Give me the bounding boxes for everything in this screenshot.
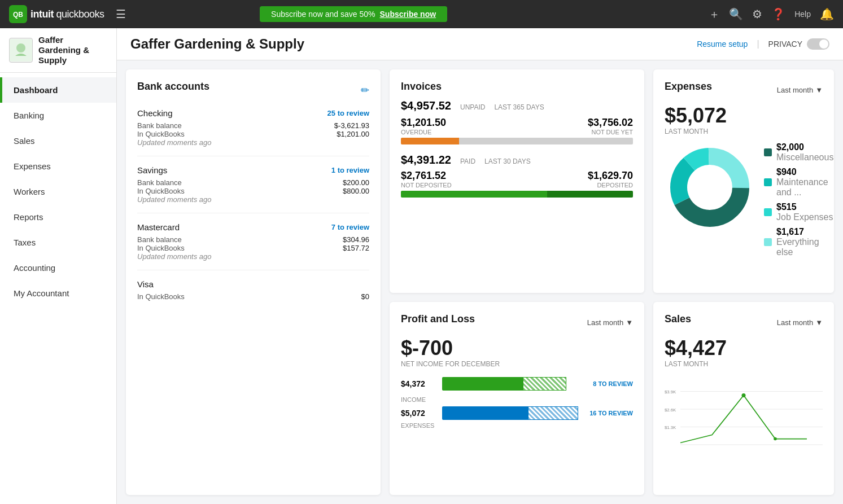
savings-updated: Updated moments ago — [137, 195, 212, 204]
content-area: Gaffer Gardening & Supply Resume setup |… — [117, 28, 843, 504]
legend-desc-2: Maintenance and ... — [776, 177, 828, 197]
mastercard-account: Mastercard 7 to review Bank balance $304… — [137, 222, 369, 270]
company-logo — [9, 38, 33, 63]
deposited-amount: $1,629.70 — [588, 170, 633, 182]
help-circle-icon[interactable]: ❓ — [771, 7, 785, 21]
income-bar-solid — [442, 377, 523, 391]
gear-icon[interactable]: ⚙ — [752, 7, 762, 21]
sidebar-item-reports[interactable]: Reports — [0, 204, 116, 230]
sidebar-item-dashboard[interactable]: Dashboard — [0, 77, 116, 103]
plus-icon[interactable]: ＋ — [709, 7, 720, 22]
overdue-bar — [401, 138, 459, 144]
search-icon[interactable]: 🔍 — [729, 7, 743, 21]
sidebar-item-banking[interactable]: Banking — [0, 103, 116, 128]
privacy-toggle: PRIVACY — [768, 38, 829, 50]
sidebar-item-expenses[interactable]: Expenses — [0, 154, 116, 179]
sidebar-item-sales[interactable]: Sales — [0, 128, 116, 154]
sales-filter-label: Last month — [777, 318, 813, 327]
not-deposited-amount: $2,761.52 — [401, 170, 452, 182]
expenses-filter[interactable]: Last month ▼ — [777, 86, 823, 94]
dashboard-grid: Invoices $4,957.52 UNPAID LAST 365 DAYS … — [117, 60, 843, 504]
logo-icon: QB — [9, 5, 27, 23]
expenses-review[interactable]: 16 TO REVIEW — [589, 410, 633, 417]
legend-item-2: $940 Maintenance and ... — [764, 167, 833, 198]
pl-filter-chevron-icon: ▼ — [626, 318, 633, 327]
not-deposited-label: NOT DEPOSITED — [401, 182, 452, 189]
visa-qb-balance: $0 — [361, 292, 369, 301]
company-header: Gaffer Gardening & Supply — [0, 28, 116, 73]
overdue-label: OVERDUE — [401, 129, 446, 135]
savings-bank-balance: $200.00 — [343, 178, 369, 187]
hamburger-icon[interactable]: ☰ — [116, 7, 126, 21]
sales-total: $4,427 — [665, 336, 823, 360]
unpaid-label: UNPAID — [460, 103, 485, 111]
profit-loss-filter[interactable]: Last month ▼ — [587, 318, 633, 327]
donut-chart — [665, 142, 755, 233]
savings-qb-label: In QuickBooks — [137, 187, 185, 195]
sales-filter[interactable]: Last month ▼ — [777, 318, 823, 327]
savings-review-link[interactable]: 1 to review — [331, 166, 369, 174]
subscribe-button[interactable]: Subscribe now — [380, 10, 436, 19]
sales-title: Sales — [665, 313, 691, 325]
visa-name: Visa — [137, 279, 154, 289]
savings-name: Savings — [137, 165, 167, 175]
mastercard-bank-balance: $304.96 — [343, 235, 369, 244]
legend-dot-2 — [764, 178, 772, 186]
deposited-bar — [547, 191, 633, 198]
sidebar-item-accounting[interactable]: Accounting — [0, 255, 116, 281]
expenses-card: Expenses Last month ▼ $5,072 LAST MONTH — [653, 69, 834, 293]
svg-text:$1.3K: $1.3K — [665, 425, 676, 430]
svg-text:QB: QB — [13, 11, 23, 19]
expenses-period: LAST MONTH — [665, 128, 823, 135]
checking-bank-balance: $-3,621.93 — [334, 121, 369, 130]
checking-review-link[interactable]: 25 to review — [327, 109, 369, 117]
promo-text: Subscribe now and save 50% — [271, 10, 375, 19]
notification-icon[interactable]: 🔔 — [820, 7, 834, 21]
filter-chevron-icon: ▼ — [815, 86, 823, 94]
unpaid-days: LAST 365 DAYS — [494, 103, 544, 111]
income-label: INCOME — [401, 396, 633, 403]
legend-text-1: $2,000 Miscellaneous — [776, 142, 833, 163]
svg-point-8 — [688, 166, 731, 209]
sidebar: Gaffer Gardening & Supply Dashboard Bank… — [0, 28, 117, 504]
visa-qb-label: In QuickBooks — [137, 292, 185, 301]
savings-bank-balance-label: Bank balance — [137, 178, 182, 187]
unpaid-amount: $4,957.52 — [401, 99, 451, 112]
mastercard-review-link[interactable]: 7 to review — [331, 223, 369, 231]
topnav-right: ＋ 🔍 ⚙ ❓ Help 🔔 — [709, 7, 834, 22]
privacy-switch[interactable] — [807, 38, 829, 50]
visa-account: Visa In QuickBooks $0 — [137, 279, 369, 310]
expenses-title: Expenses — [665, 81, 712, 93]
logo: QB intuit quickbooks — [9, 5, 104, 23]
edit-icon[interactable]: ✏ — [361, 84, 369, 97]
sidebar-item-workers[interactable]: Workers — [0, 179, 116, 204]
legend-dot-4 — [764, 238, 772, 246]
legend-text-2: $940 Maintenance and ... — [776, 167, 833, 198]
resume-setup-link[interactable]: Resume setup — [697, 40, 748, 49]
legend-amount-3: $515 — [776, 202, 797, 212]
expenses-filter-label: Last month — [777, 86, 813, 94]
svg-point-17 — [774, 437, 777, 441]
topnav: QB intuit quickbooks ☰ Subscribe now and… — [0, 0, 843, 28]
sidebar-item-taxes[interactable]: Taxes — [0, 230, 116, 255]
sales-period: LAST MONTH — [665, 360, 823, 368]
profit-loss-amount: $-700 — [401, 336, 633, 360]
sidebar-item-my-accountant[interactable]: My Accountant — [0, 281, 116, 306]
sales-filter-chevron-icon: ▼ — [815, 318, 823, 327]
company-name: Gaffer Gardening & Supply — [38, 35, 107, 65]
income-review[interactable]: 8 TO REVIEW — [593, 380, 633, 387]
legend-item-1: $2,000 Miscellaneous — [764, 142, 833, 163]
page-title: Gaffer Gardening & Supply — [130, 36, 697, 52]
mastercard-qb-label: In QuickBooks — [137, 244, 185, 252]
profit-loss-filter-label: Last month — [587, 318, 623, 327]
expenses-bar-hatch — [528, 406, 578, 420]
svg-point-3 — [16, 43, 25, 52]
sales-card: Sales Last month ▼ $4,427 LAST MONTH — [653, 302, 834, 495]
help-button[interactable]: Help — [794, 10, 811, 19]
legend-text-3: $515 Job Expenses — [776, 202, 833, 222]
legend-item-4: $1,617 Everything else — [764, 227, 833, 257]
profit-loss-bars: $4,372 8 TO REVIEW INCOME $5,072 — [401, 377, 633, 429]
svg-text:$3.9K: $3.9K — [665, 389, 676, 395]
invoices-card: Invoices $4,957.52 UNPAID LAST 365 DAYS … — [390, 69, 644, 293]
profit-loss-card: Profit and Loss Last month ▼ $-700 NET I… — [390, 302, 644, 495]
